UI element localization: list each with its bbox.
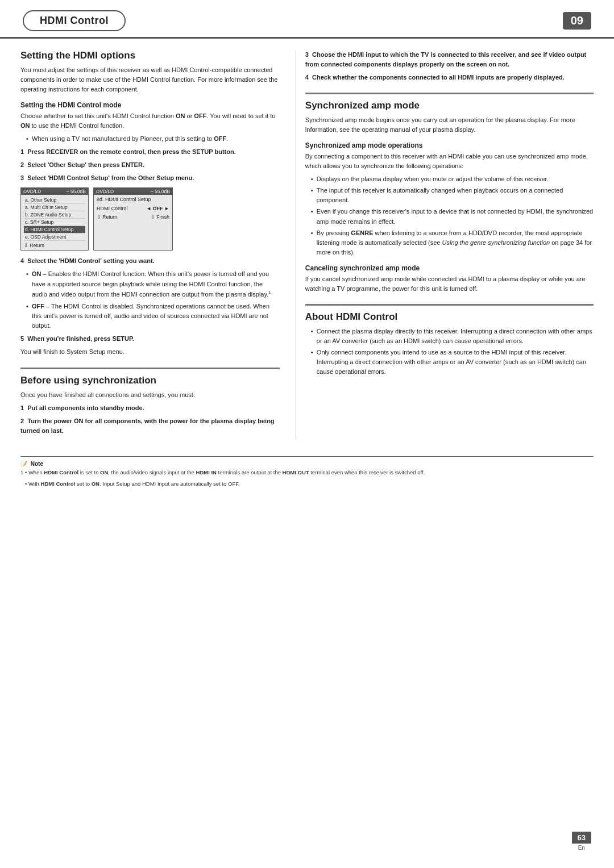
cancel-sync-body: If you cancel synchronized amp mode whil… bbox=[305, 274, 594, 294]
screen-images: DVD/LD – 55.0dB a. Other Setup a. Multi … bbox=[20, 187, 280, 251]
step5-body: You will finish to System Setup menu. bbox=[20, 347, 280, 357]
screen1-title-right: – 55.0dB bbox=[67, 189, 86, 194]
bullet-off: OFF – The HDMI Control is disabled. Sync… bbox=[26, 302, 280, 331]
section-sync-amp-mode: Synchronized amp mode Synchronized amp m… bbox=[305, 100, 594, 294]
screen2-footer: ⇩ Return ⇩ Finish bbox=[97, 214, 169, 220]
right-step3: 3 Choose the HDMI input to which the TV … bbox=[305, 50, 594, 69]
sync-bullet-1: Displays on the plasma display when you … bbox=[311, 174, 594, 184]
note-footer: 📝 Note 1 • When HDMI Control is set to O… bbox=[20, 456, 594, 489]
step4-title: 4 Select the 'HDMI Control' setting you … bbox=[20, 256, 280, 266]
bullet-on: ON – Enables the HDMI Control function. … bbox=[26, 269, 280, 299]
page-number: 63 bbox=[572, 832, 591, 844]
screen1-row-hdmi: d. HDMI Control Setup bbox=[24, 226, 85, 233]
step2: 2 Select 'Other Setup' then press ENTER. bbox=[20, 160, 280, 170]
sync-intro: Synchronized amp mode begins once you ca… bbox=[305, 115, 594, 135]
note-icon: 📝 bbox=[20, 461, 27, 467]
section-setting-hdmi-options: Setting the HDMI options You must adjust… bbox=[20, 50, 280, 357]
step3: 3 Select 'HDMI Control Setup' from the O… bbox=[20, 173, 280, 183]
section-title-setting: Setting the HDMI options bbox=[20, 50, 280, 61]
subsection-body: Choose whether to set this unit's HDMI C… bbox=[20, 111, 280, 131]
page-number-box: 63 En bbox=[572, 832, 591, 851]
note-text-2: • With HDMI Control set to ON. Input Set… bbox=[20, 480, 594, 488]
subsection-hdmi-control-mode: Setting the HDMI Control mode Choose whe… bbox=[20, 101, 280, 357]
screen1-row-multich: a. Multi Ch In Setup bbox=[24, 204, 85, 211]
sync-bullet-3: Even if you change this receiver's input… bbox=[311, 207, 594, 226]
screen1-title: DVD/LD – 55.0dB bbox=[21, 188, 88, 195]
note-label: 📝 Note bbox=[20, 461, 594, 467]
page-header: HDMI Control 09 bbox=[0, 0, 614, 39]
superscript-1: 1 bbox=[268, 290, 271, 295]
divider-right1 bbox=[305, 93, 594, 94]
page-lang: En bbox=[572, 845, 591, 851]
cancel-sync-subtitle: Canceling synchronized amp mode bbox=[305, 264, 594, 272]
section-before-sync: Before using synchronization Once you ha… bbox=[20, 375, 280, 436]
screen1-row-other: a. Other Setup bbox=[24, 197, 85, 204]
before-sync-step1: 1 Put all components into standby mode. bbox=[20, 403, 280, 413]
chapter-number: 09 bbox=[563, 12, 591, 30]
screen2-title-left: DVD/LD bbox=[96, 189, 114, 194]
about-bullet-2: Only connect components you intend to us… bbox=[311, 348, 594, 377]
step4-bullets: ON – Enables the HDMI Control function. … bbox=[20, 269, 280, 331]
screen2-ctrl-row: HDMI Control ◄ OFF ► bbox=[97, 205, 169, 212]
section-title-about: About HDMI Control bbox=[305, 311, 594, 323]
screen1-title-left: DVD/LD bbox=[23, 189, 41, 194]
page-content: Setting the HDMI options You must adjust… bbox=[0, 50, 614, 439]
screen2-subtitle: 8d. HDMI Control Setup bbox=[97, 197, 169, 202]
page-title: HDMI Control bbox=[23, 10, 126, 31]
sync-ops-subtitle: Synchronized amp mode operations bbox=[305, 141, 594, 149]
subsection-bullets: When using a TV not manufactured by Pion… bbox=[20, 134, 280, 144]
screen2-title-right: – 55.0dB bbox=[151, 189, 170, 194]
screen2-ctrl-label: HDMI Control bbox=[97, 206, 128, 211]
screen1: DVD/LD – 55.0dB a. Other Setup a. Multi … bbox=[20, 187, 89, 251]
about-bullet-1: Connect the plasma display directly to t… bbox=[311, 327, 594, 346]
section-about-hdmi: About HDMI Control Connect the plasma di… bbox=[305, 311, 594, 377]
about-bullets: Connect the plasma display directly to t… bbox=[305, 327, 594, 377]
section-intro: You must adjust the settings of this rec… bbox=[20, 65, 280, 94]
before-sync-intro: Once you have finished all connections a… bbox=[20, 390, 280, 400]
screen1-row-sr: c. SR+ Setup bbox=[24, 219, 85, 226]
step1: 1 Press RECEIVER on the remote control, … bbox=[20, 147, 280, 157]
bullet-pioneer: When using a TV not manufactured by Pion… bbox=[26, 134, 280, 144]
step5-title: 5 When you're finished, press SETUP. bbox=[20, 334, 280, 344]
screen2-title: DVD/LD – 55.0dB bbox=[94, 188, 172, 195]
page: HDMI Control 09 Setting the HDMI options… bbox=[0, 0, 614, 868]
screen1-row-zone: b. ZONE Audio Setup bbox=[24, 211, 85, 219]
section-title-before-sync: Before using synchronization bbox=[20, 375, 280, 386]
sync-ops-intro: By connecting a component to this receiv… bbox=[305, 152, 594, 171]
sync-bullet-4: By pressing GENRE when listening to a so… bbox=[311, 228, 594, 257]
left-column: Setting the HDMI options You must adjust… bbox=[20, 50, 296, 439]
subsection-title: Setting the HDMI Control mode bbox=[20, 101, 280, 109]
divider1 bbox=[20, 368, 280, 369]
screen2: DVD/LD – 55.0dB 8d. HDMI Control Setup H… bbox=[93, 187, 173, 251]
screen1-row-osd: e. OSD Adjustment bbox=[24, 233, 85, 241]
sync-bullet-2: The input of this receiver is automatica… bbox=[311, 186, 594, 205]
section-title-sync: Synchronized amp mode bbox=[305, 100, 594, 111]
screen2-ctrl-value: ◄ OFF ► bbox=[146, 206, 169, 211]
right-column: 3 Choose the HDMI input to which the TV … bbox=[296, 50, 594, 439]
divider-right2 bbox=[305, 304, 594, 306]
sync-ops-bullets: Displays on the plasma display when you … bbox=[305, 174, 594, 257]
note-text-1: 1 • When HDMI Control is set to ON, the … bbox=[20, 469, 594, 477]
screen1-footer: ⇩ Return bbox=[24, 243, 85, 248]
right-step4: 4 Check whether the components connected… bbox=[305, 73, 594, 82]
before-sync-step2: 2 Turn the power ON for all components, … bbox=[20, 416, 280, 436]
